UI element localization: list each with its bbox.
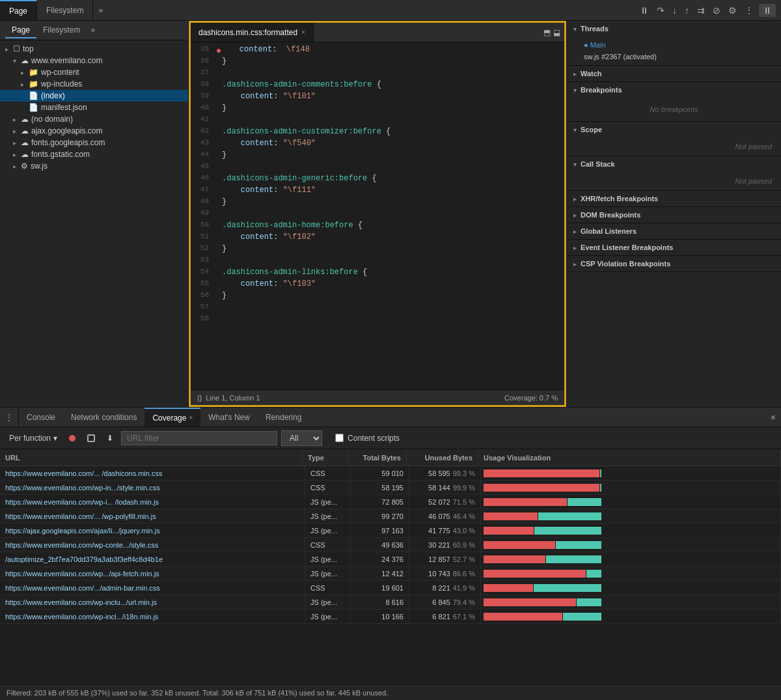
editor-tab-close[interactable]: × xyxy=(301,29,305,36)
tree-item-top[interactable]: ▸ ☐ top xyxy=(0,43,188,55)
more-tools-btn[interactable]: ⋮ xyxy=(742,4,756,17)
editor-dock-icon[interactable]: ⬒ xyxy=(543,28,551,37)
deactivate-btn[interactable]: ⊘ xyxy=(710,4,723,17)
event-arrow: ▸ xyxy=(573,244,577,251)
export-btn[interactable]: ⬇ xyxy=(103,432,117,444)
sidebar-tab-page[interactable]: Page xyxy=(5,23,36,38)
td-vis xyxy=(481,552,781,566)
table-row[interactable]: https://www.evemilano.com/... /dashicons… xyxy=(0,466,781,481)
bottom-tab-more[interactable]: ⋮ xyxy=(0,408,19,427)
step-forward-btn[interactable]: ⇉ xyxy=(694,4,707,17)
code-editor[interactable]: 35 content: \f148 36 } 37 38 .dashicons-… xyxy=(191,42,564,389)
tree-item-ajax-googleapis[interactable]: ▸ ☁ ajax.googleapis.com xyxy=(0,125,188,137)
folder-icon: 📁 xyxy=(29,68,38,77)
table-row[interactable]: https://www.evemilano.com/... /wp-polyfi… xyxy=(0,509,781,524)
watch-header[interactable]: ▸ Watch xyxy=(567,66,781,81)
threads-header[interactable]: ▾ Threads xyxy=(567,21,781,36)
tab-network-conditions[interactable]: Network conditions xyxy=(63,408,144,427)
per-function-btn[interactable]: Per function ▾ xyxy=(5,432,61,444)
breakpoints-header[interactable]: ▾ Breakpoints xyxy=(567,82,781,98)
tree-item-index[interactable]: ▸ 📄 (index) xyxy=(0,90,188,102)
code-line-53: 53 xyxy=(191,256,564,268)
tree-item-evemilano[interactable]: ▾ ☁ www.evemilano.com xyxy=(0,55,188,66)
table-row[interactable]: https://www.evemilano.com/wp-incl.../i18… xyxy=(0,609,781,624)
code-line-43: 43 content: "\f540" xyxy=(191,139,564,150)
settings-btn[interactable]: ⚙ xyxy=(726,4,739,17)
td-total: 97 163 xyxy=(351,524,409,537)
format-icon: {} xyxy=(197,394,202,402)
tab-coverage-close[interactable]: × xyxy=(189,414,193,421)
th-unused[interactable]: Unused Bytes xyxy=(407,449,478,466)
top-tab-bar: Page Filesystem » ⏸ ↷ ↓ ↑ ⇉ ⊘ ⚙ ⋮ ⏸ xyxy=(0,0,781,21)
content-scripts-checkbox[interactable] xyxy=(335,434,344,442)
table-row[interactable]: https://www.evemilano.com/.../admin-bar.… xyxy=(0,581,781,595)
tree-item-swjs[interactable]: ▸ ⚙ sw.js xyxy=(0,160,188,172)
callstack-label: Call Stack xyxy=(581,160,615,168)
tab-console[interactable]: Console xyxy=(19,408,63,427)
table-row[interactable]: https://ajax.googleapis.com/ajax/li.../j… xyxy=(0,524,781,538)
td-vis xyxy=(481,538,781,552)
editor-undock-icon[interactable]: ⬓ xyxy=(553,28,560,37)
scope-header[interactable]: ▾ Scope xyxy=(567,122,781,137)
watch-label: Watch xyxy=(581,70,602,77)
global-header[interactable]: ▸ Global Listeners xyxy=(567,223,781,239)
tab-whats-new[interactable]: What's New xyxy=(200,408,258,427)
xhr-header[interactable]: ▸ XHR/fetch Breakpoints xyxy=(567,191,781,206)
tree-item-wp-content[interactable]: ▸ 📁 wp-content xyxy=(0,66,188,78)
dom-header[interactable]: ▸ DOM Breakpoints xyxy=(567,207,781,223)
th-type[interactable]: Type xyxy=(303,449,348,466)
td-unused: 41 775 43.0 % xyxy=(409,524,481,537)
td-unused: 12 857 52.7 % xyxy=(409,552,481,566)
content-scripts-option: Content scripts xyxy=(335,434,400,443)
expand-arrow: ▸ xyxy=(13,128,21,135)
table-row[interactable]: /autoptimize_2bf7ea70dd379a3ab3f3eff4c8d… xyxy=(0,552,781,567)
pause-btn[interactable]: ⏸ xyxy=(637,4,651,17)
sidebar-tab-more[interactable]: » xyxy=(87,23,99,38)
table-row[interactable]: https://www.evemilano.com/wp.../api-fetc… xyxy=(0,567,781,581)
tab-rendering[interactable]: Rendering xyxy=(258,408,309,427)
tab-more-btn[interactable]: » xyxy=(93,6,108,15)
th-vis[interactable]: Usage Visualization xyxy=(478,449,781,466)
tree-item-fonts-gstatic[interactable]: ▸ ☁ fonts.gstatic.com xyxy=(0,148,188,160)
tab-filesystem[interactable]: Filesystem xyxy=(37,0,93,20)
table-row[interactable]: https://www.evemilano.com/wp-i... /lodas… xyxy=(0,495,781,509)
scope-label: Scope xyxy=(581,126,602,133)
bottom-panel-close[interactable]: × xyxy=(765,412,781,423)
step-over-btn[interactable]: ↷ xyxy=(654,4,667,17)
step-into-btn[interactable]: ↓ xyxy=(670,4,679,17)
table-row[interactable]: https://www.evemilano.com/wp-inclu.../ur… xyxy=(0,595,781,609)
tab-page[interactable]: Page xyxy=(0,0,37,20)
th-total[interactable]: Total Bytes xyxy=(348,449,407,466)
all-dropdown[interactable]: All CSS JS xyxy=(281,430,322,446)
tree-item-fonts-googleapis[interactable]: ▸ ☁ fonts.googleapis.com xyxy=(0,137,188,148)
table-row[interactable]: https://www.evemilano.com/wp-conte.../st… xyxy=(0,538,781,552)
editor-tab-dashicons[interactable]: dashicons.min.css:formatted × xyxy=(191,23,314,42)
td-type: CSS xyxy=(305,466,351,480)
thread-main[interactable]: Main xyxy=(567,39,781,51)
callstack-content: Not paused xyxy=(567,172,781,190)
th-url[interactable]: URL xyxy=(0,449,303,466)
pause-icon[interactable]: ⏸ xyxy=(759,4,776,17)
tab-coverage[interactable]: Coverage × xyxy=(144,408,200,427)
step-out-btn[interactable]: ↑ xyxy=(682,4,692,17)
tab-filesystem-label: Filesystem xyxy=(46,6,83,15)
table-row[interactable]: https://www.evemilano.com/wp-in.../style… xyxy=(0,481,781,495)
cloud-icon: ☁ xyxy=(21,138,29,147)
callstack-section: ▾ Call Stack Not paused xyxy=(567,156,781,191)
td-vis xyxy=(481,581,781,595)
url-filter-input[interactable] xyxy=(121,431,277,445)
tree-item-nodomain[interactable]: ▸ ☁ (no domain) xyxy=(0,113,188,125)
tree-item-manifest[interactable]: ▸ 📄 manifest.json xyxy=(0,102,188,113)
tree-item-wp-includes[interactable]: ▸ 📁 wp-includes xyxy=(0,78,188,90)
code-line-36: 36 } xyxy=(191,57,564,68)
event-header[interactable]: ▸ Event Listener Breakpoints xyxy=(567,240,781,255)
thread-swjs[interactable]: sw.js #2367 (activated) xyxy=(567,51,781,63)
cloud-icon: ☁ xyxy=(21,115,29,124)
csp-header[interactable]: ▸ CSP Violation Breakpoints xyxy=(567,256,781,272)
csp-label: CSP Violation Breakpoints xyxy=(581,260,670,268)
sidebar-tab-filesystem[interactable]: Filesystem xyxy=(36,23,87,38)
stop-btn[interactable] xyxy=(83,433,99,443)
callstack-header[interactable]: ▾ Call Stack xyxy=(567,156,781,172)
td-type: JS (pe... xyxy=(305,524,351,537)
record-btn[interactable] xyxy=(65,434,79,443)
